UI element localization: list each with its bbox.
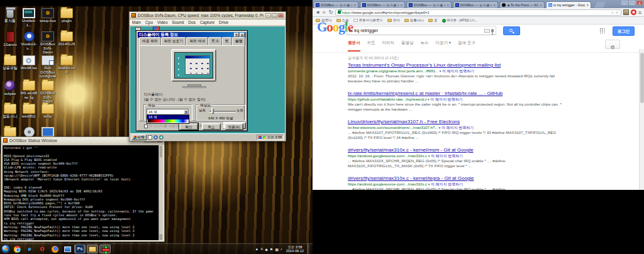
quicklaunch-icon[interactable] [159,135,164,140]
dialog-tab[interactable]: 설정 [232,37,246,46]
browser-tab[interactable]: ◀ DOSBox — 도스용 게임 × [453,1,498,8]
taskbar-app-button[interactable] [87,245,98,253]
search-category-tab[interactable]: 이미지 [382,40,395,52]
taskbar-app-button[interactable]: Ps [74,245,86,253]
apply-button[interactable]: 적용(A) [225,123,243,130]
minimize-button[interactable]: — [621,1,628,5]
desktop-icon[interactable]: DOSBox SVN-Daum [39,31,57,55]
result-title-link[interactable]: Linux/drivers/tty/serial/max3107.h - Fre… [348,119,565,125]
bookmark-item[interactable]: 언어 [387,18,400,23]
translate-page-link[interactable]: 이 페이지 번역하기 [430,97,462,101]
browser-tab[interactable]: ◀ tx irq retrigger - Google 검색 × [546,1,591,8]
desktop-icon[interactable]: temp [39,104,57,119]
search-box[interactable] [347,26,496,35]
dialog-tab[interactable]: 효과 [208,37,222,45]
dosbox-menu-item[interactable]: Drive [219,20,228,25]
desktop-icon[interactable]: 1Gamm [1,31,19,47]
maximize-button[interactable]: ▢ [272,13,277,18]
result-title-link[interactable]: drivers/tty/serial/max310x.c - kernel/ms… [348,147,565,153]
maximize-button[interactable]: ▢ [629,1,635,5]
search-category-tab[interactable]: 동영상 [401,40,414,52]
bookmark-star-icon[interactable]: ☆ [615,10,619,15]
keyboard-icon[interactable] [484,29,490,33]
back-button[interactable]: ◄ [315,9,320,16]
desktop-icon[interactable]: eclipse [1,80,19,96]
result-title-link[interactable]: tx-rate-limits/kernel/irq/resend.c at ma… [348,91,565,97]
quicklaunch-icon[interactable] [148,135,152,140]
taskbar-app-button[interactable] [99,245,111,253]
extension-icon[interactable] [631,9,636,15]
bookmark-item[interactable]: 유튜브다운로드 [353,18,384,23]
close-button[interactable]: × [278,13,284,18]
desktop-icon[interactable]: Voodoo1-v... [20,31,38,50]
browser-tab[interactable]: ◀ DOSBox — 도스용 게임 × [406,1,452,8]
minimize-button[interactable]: – [265,13,271,18]
bookmark-item[interactable]: 웃 [428,18,438,23]
dialog-tab[interactable]: 웹 [222,37,232,45]
result-dropdown-arrow-icon[interactable]: ▾ [439,126,441,130]
mic-icon[interactable] [491,29,494,33]
desktop-icon[interactable]: MS win98 se 1g [20,80,38,99]
result-dropdown-arrow-icon[interactable]: ▾ [428,97,430,101]
search-input[interactable] [349,28,484,33]
help-icon[interactable]: ? [234,33,239,37]
translate-page-link[interactable]: 이 페이지 번역하기 [442,69,474,73]
show-desktop-button[interactable] [308,244,310,254]
color-depth-dropdown[interactable]: 16 색 ▼ [147,109,189,114]
browser-tab[interactable]: ◀ DOSBox — 도스용 게임 × [360,1,405,8]
sign-in-button[interactable]: 로그인 [613,26,635,36]
result-title-link[interactable]: Texas Instrument's Omap Processor's Linu… [348,62,565,69]
page-scrollbar[interactable] [639,49,644,190]
dosbox-menu-item[interactable]: Video [157,20,168,25]
browser-tab[interactable]: ◀ DOSBox — 도스용 게임 × [313,1,358,8]
ssl-padlock-icon[interactable] [338,11,341,14]
tab-close-icon[interactable]: × [540,3,542,7]
desktop-icon[interactable]: DOSBox SVN-Daum [39,80,57,104]
tray-icon[interactable] [263,136,266,139]
desktop-icon[interactable]: 휴지통 [1,8,19,23]
result-dropdown-arrow-icon[interactable]: ▾ [428,182,430,186]
bookmark-item[interactable]: G마켓 - [ATS]디스... [442,18,478,23]
desktop-icon[interactable]: win9811 [20,104,38,119]
dosbox-menu-item[interactable]: Main [132,20,141,25]
desktop-icon[interactable]: 20140129 [58,31,75,47]
dialog-tab[interactable]: 화면 배색 [186,37,208,45]
desktop-icon[interactable]: dosbox.con [58,55,75,74]
zoom-icon[interactable]: ⌕ [611,10,614,15]
taskbar-app-button[interactable] [62,245,73,253]
search-category-tab[interactable]: 뉴스 [421,40,429,52]
dosbox-titlebar[interactable]: DOSBox SVN-Daum, CPU speed: max 100% cyc… [130,12,286,19]
tray-icon[interactable]: ▦ [275,247,279,251]
checkbox[interactable] [144,124,148,128]
desktop-icon[interactable]: 잡동사니 [1,104,19,119]
taskbar-app-button[interactable] [11,245,23,253]
tray-icon[interactable]: ⚑ [270,247,273,251]
search-settings-button[interactable]: ⚙ [605,40,620,49]
translate-page-link[interactable]: 이 페이지 번역하기 [441,126,474,130]
quicklaunch-ie-icon[interactable] [153,135,158,140]
tab-close-icon[interactable]: × [447,3,449,7]
search-category-tab[interactable]: 지도 [367,40,375,52]
dosbox-menu-item[interactable]: Dos [188,20,196,25]
chevron-down-icon[interactable]: ▼ [184,109,189,114]
taskbar-app-button[interactable]: e [24,245,35,253]
refresh-button[interactable]: ↻ [329,9,333,16]
translate-page-link[interactable]: 이 페이지 번역하기 [431,154,463,158]
tab-close-icon[interactable]: × [353,3,356,7]
tray-icon[interactable] [258,136,262,139]
desktop-icon[interactable]: plugin [58,8,75,23]
resolution-slider-thumb[interactable] [211,108,214,114]
search-category-tab[interactable]: 더보기 ▾ [436,40,452,52]
dosbox-menu-item[interactable]: Sound [172,20,184,25]
forward-button[interactable]: ► [322,9,327,16]
search-category-tab[interactable]: 웹문서 [348,40,360,52]
close-button[interactable]: ✕ [636,1,643,5]
win98-start-button[interactable]: 시작 [131,135,147,140]
extension-icon[interactable] [623,9,629,15]
dosbox-menu-item[interactable]: Cpu [145,20,153,25]
tray-icon[interactable]: ▲ [255,247,258,251]
taskbar-app-button[interactable] [49,245,60,253]
tab-close-icon[interactable]: × [400,3,402,7]
dropdown-item-selected[interactable]: 16 색 [147,115,189,119]
tab-close-icon[interactable]: × [586,3,589,7]
